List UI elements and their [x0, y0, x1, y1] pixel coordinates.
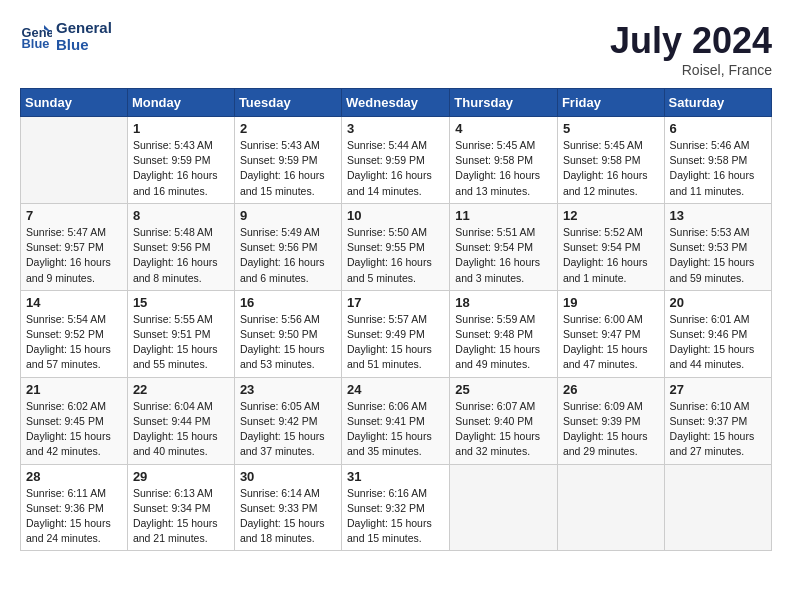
day-number: 15 — [133, 295, 229, 310]
sunrise-text: Sunrise: 6:07 AM — [455, 400, 535, 412]
sunset-text: Sunset: 9:54 PM — [455, 241, 533, 253]
day-number: 27 — [670, 382, 766, 397]
daylight-text: Daylight: 16 hours and 15 minutes. — [240, 169, 325, 196]
day-number: 6 — [670, 121, 766, 136]
calendar-week-row: 28 Sunrise: 6:11 AM Sunset: 9:36 PM Dayl… — [21, 464, 772, 551]
day-info: Sunrise: 5:56 AM Sunset: 9:50 PM Dayligh… — [240, 312, 336, 373]
daylight-text: Daylight: 15 hours and 29 minutes. — [563, 430, 648, 457]
sunrise-text: Sunrise: 5:51 AM — [455, 226, 535, 238]
day-info: Sunrise: 6:00 AM Sunset: 9:47 PM Dayligh… — [563, 312, 659, 373]
calendar-cell: 4 Sunrise: 5:45 AM Sunset: 9:58 PM Dayli… — [450, 117, 558, 204]
sunset-text: Sunset: 9:44 PM — [133, 415, 211, 427]
sunset-text: Sunset: 9:53 PM — [670, 241, 748, 253]
day-number: 29 — [133, 469, 229, 484]
sunrise-text: Sunrise: 5:49 AM — [240, 226, 320, 238]
day-info: Sunrise: 5:57 AM Sunset: 9:49 PM Dayligh… — [347, 312, 444, 373]
day-info: Sunrise: 5:51 AM Sunset: 9:54 PM Dayligh… — [455, 225, 552, 286]
day-number: 26 — [563, 382, 659, 397]
daylight-text: Daylight: 15 hours and 59 minutes. — [670, 256, 755, 283]
calendar-cell — [21, 117, 128, 204]
sunrise-text: Sunrise: 5:53 AM — [670, 226, 750, 238]
daylight-text: Daylight: 15 hours and 57 minutes. — [26, 343, 111, 370]
day-number: 3 — [347, 121, 444, 136]
calendar-cell: 17 Sunrise: 5:57 AM Sunset: 9:49 PM Dayl… — [342, 290, 450, 377]
day-number: 2 — [240, 121, 336, 136]
day-info: Sunrise: 6:16 AM Sunset: 9:32 PM Dayligh… — [347, 486, 444, 547]
sunset-text: Sunset: 9:50 PM — [240, 328, 318, 340]
day-info: Sunrise: 6:14 AM Sunset: 9:33 PM Dayligh… — [240, 486, 336, 547]
day-info: Sunrise: 5:49 AM Sunset: 9:56 PM Dayligh… — [240, 225, 336, 286]
sunrise-text: Sunrise: 6:13 AM — [133, 487, 213, 499]
sunrise-text: Sunrise: 5:47 AM — [26, 226, 106, 238]
day-number: 11 — [455, 208, 552, 223]
daylight-text: Daylight: 15 hours and 42 minutes. — [26, 430, 111, 457]
calendar-cell: 28 Sunrise: 6:11 AM Sunset: 9:36 PM Dayl… — [21, 464, 128, 551]
calendar-cell: 1 Sunrise: 5:43 AM Sunset: 9:59 PM Dayli… — [127, 117, 234, 204]
weekday-header: Wednesday — [342, 89, 450, 117]
daylight-text: Daylight: 16 hours and 9 minutes. — [26, 256, 111, 283]
daylight-text: Daylight: 15 hours and 27 minutes. — [670, 430, 755, 457]
location-subtitle: Roisel, France — [610, 62, 772, 78]
daylight-text: Daylight: 15 hours and 18 minutes. — [240, 517, 325, 544]
sunrise-text: Sunrise: 5:46 AM — [670, 139, 750, 151]
calendar-cell: 22 Sunrise: 6:04 AM Sunset: 9:44 PM Dayl… — [127, 377, 234, 464]
daylight-text: Daylight: 16 hours and 6 minutes. — [240, 256, 325, 283]
day-number: 9 — [240, 208, 336, 223]
sunset-text: Sunset: 9:59 PM — [133, 154, 211, 166]
logo-general: General — [56, 20, 112, 37]
day-number: 23 — [240, 382, 336, 397]
daylight-text: Daylight: 16 hours and 8 minutes. — [133, 256, 218, 283]
sunset-text: Sunset: 9:55 PM — [347, 241, 425, 253]
calendar-cell: 23 Sunrise: 6:05 AM Sunset: 9:42 PM Dayl… — [234, 377, 341, 464]
sunset-text: Sunset: 9:34 PM — [133, 502, 211, 514]
calendar-cell: 12 Sunrise: 5:52 AM Sunset: 9:54 PM Dayl… — [557, 203, 664, 290]
daylight-text: Daylight: 15 hours and 44 minutes. — [670, 343, 755, 370]
daylight-text: Daylight: 15 hours and 35 minutes. — [347, 430, 432, 457]
sunset-text: Sunset: 9:56 PM — [240, 241, 318, 253]
daylight-text: Daylight: 16 hours and 3 minutes. — [455, 256, 540, 283]
day-number: 30 — [240, 469, 336, 484]
calendar-cell: 31 Sunrise: 6:16 AM Sunset: 9:32 PM Dayl… — [342, 464, 450, 551]
day-info: Sunrise: 5:44 AM Sunset: 9:59 PM Dayligh… — [347, 138, 444, 199]
day-info: Sunrise: 6:07 AM Sunset: 9:40 PM Dayligh… — [455, 399, 552, 460]
day-info: Sunrise: 6:11 AM Sunset: 9:36 PM Dayligh… — [26, 486, 122, 547]
sunset-text: Sunset: 9:46 PM — [670, 328, 748, 340]
daylight-text: Daylight: 15 hours and 40 minutes. — [133, 430, 218, 457]
sunrise-text: Sunrise: 6:01 AM — [670, 313, 750, 325]
sunset-text: Sunset: 9:33 PM — [240, 502, 318, 514]
calendar-cell: 24 Sunrise: 6:06 AM Sunset: 9:41 PM Dayl… — [342, 377, 450, 464]
sunset-text: Sunset: 9:58 PM — [455, 154, 533, 166]
sunset-text: Sunset: 9:51 PM — [133, 328, 211, 340]
sunset-text: Sunset: 9:37 PM — [670, 415, 748, 427]
sunrise-text: Sunrise: 5:48 AM — [133, 226, 213, 238]
sunset-text: Sunset: 9:40 PM — [455, 415, 533, 427]
sunset-text: Sunset: 9:59 PM — [240, 154, 318, 166]
daylight-text: Daylight: 16 hours and 12 minutes. — [563, 169, 648, 196]
sunrise-text: Sunrise: 6:16 AM — [347, 487, 427, 499]
sunrise-text: Sunrise: 6:06 AM — [347, 400, 427, 412]
calendar-cell — [557, 464, 664, 551]
calendar-week-row: 7 Sunrise: 5:47 AM Sunset: 9:57 PM Dayli… — [21, 203, 772, 290]
daylight-text: Daylight: 16 hours and 13 minutes. — [455, 169, 540, 196]
calendar-cell: 2 Sunrise: 5:43 AM Sunset: 9:59 PM Dayli… — [234, 117, 341, 204]
day-number: 17 — [347, 295, 444, 310]
sunrise-text: Sunrise: 5:50 AM — [347, 226, 427, 238]
daylight-text: Daylight: 15 hours and 55 minutes. — [133, 343, 218, 370]
calendar-cell: 29 Sunrise: 6:13 AM Sunset: 9:34 PM Dayl… — [127, 464, 234, 551]
day-info: Sunrise: 5:55 AM Sunset: 9:51 PM Dayligh… — [133, 312, 229, 373]
day-number: 28 — [26, 469, 122, 484]
sunrise-text: Sunrise: 5:52 AM — [563, 226, 643, 238]
weekday-header-row: SundayMondayTuesdayWednesdayThursdayFrid… — [21, 89, 772, 117]
sunset-text: Sunset: 9:49 PM — [347, 328, 425, 340]
day-info: Sunrise: 6:06 AM Sunset: 9:41 PM Dayligh… — [347, 399, 444, 460]
sunrise-text: Sunrise: 5:44 AM — [347, 139, 427, 151]
day-number: 24 — [347, 382, 444, 397]
calendar-cell: 11 Sunrise: 5:51 AM Sunset: 9:54 PM Dayl… — [450, 203, 558, 290]
day-info: Sunrise: 6:01 AM Sunset: 9:46 PM Dayligh… — [670, 312, 766, 373]
day-number: 8 — [133, 208, 229, 223]
daylight-text: Daylight: 16 hours and 11 minutes. — [670, 169, 755, 196]
calendar-cell: 6 Sunrise: 5:46 AM Sunset: 9:58 PM Dayli… — [664, 117, 771, 204]
day-number: 21 — [26, 382, 122, 397]
sunrise-text: Sunrise: 5:56 AM — [240, 313, 320, 325]
day-info: Sunrise: 5:46 AM Sunset: 9:58 PM Dayligh… — [670, 138, 766, 199]
